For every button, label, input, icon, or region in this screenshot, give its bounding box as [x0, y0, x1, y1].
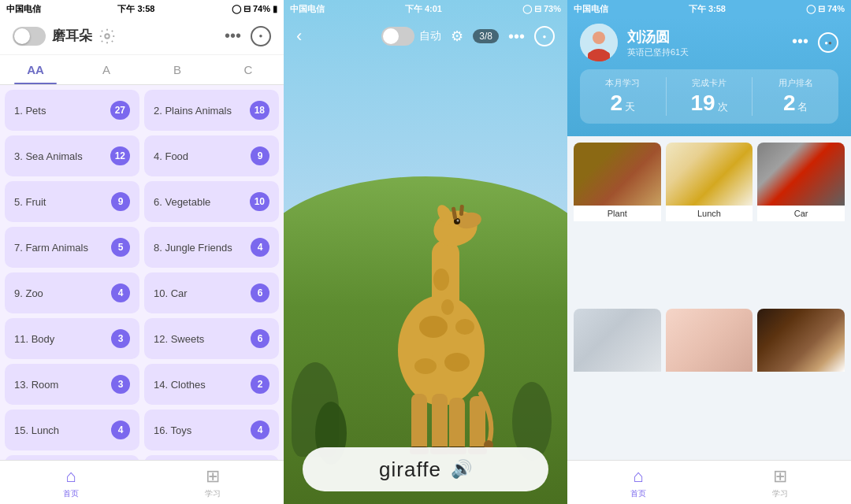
stat-label-0: 本月学习 — [605, 77, 640, 89]
more-options-icon[interactable]: ••• — [225, 27, 241, 45]
auto-label: 自动 — [419, 29, 441, 43]
battery-p2: ◯ ⊟ 73% — [522, 4, 561, 14]
back-button[interactable]: ‹ — [296, 26, 302, 46]
category-list: 1. Pets 27 2. Plains Animals 18 3. Sea A… — [0, 85, 284, 460]
category-item-9[interactable]: 9. Zoo 4 — [5, 272, 139, 313]
stat-item-0: 本月学习 2 天 — [580, 77, 667, 116]
nav-home-p3[interactable]: ⌂ 首页 — [630, 466, 646, 499]
status-bar-p3: 中国电信 下午 3:58 ◯ ⊟ 74% — [567, 0, 851, 17]
category-item-14[interactable]: 14. Clothes 2 — [144, 364, 279, 405]
bottom-nav-p3: ⌂ 首页 ⊞ 学习 — [567, 460, 851, 504]
category-item-2[interactable]: 2. Plains Animals 18 — [144, 90, 279, 131]
photo-card-lunch[interactable]: Lunch — [666, 143, 753, 304]
photo-card-room[interactable] — [574, 309, 661, 454]
stat-unit-1: 次 — [718, 100, 728, 114]
cat-label: 8. Jungle Friends — [154, 242, 232, 254]
cat-badge: 4 — [111, 284, 130, 302]
photo-img-plant — [574, 143, 661, 206]
toggle-container: 磨耳朵 — [13, 27, 116, 46]
home-icon-p3: ⌂ — [633, 466, 643, 487]
svg-point-19 — [444, 353, 470, 372]
time-p3: 下午 3:58 — [689, 3, 726, 15]
study-icon-p1: ⊞ — [206, 466, 220, 487]
giraffe-illustration — [362, 161, 520, 461]
svg-rect-28 — [588, 52, 610, 61]
p3-header: 刘汤圆 英语已坚持61天 ••• ● 本月学习 2 天 完成卡片 19 次 — [567, 17, 851, 136]
tab-c[interactable]: C — [213, 55, 284, 84]
category-item-6[interactable]: 6. Vegetable 10 — [144, 181, 279, 222]
svg-point-21 — [455, 319, 474, 335]
cat-label: 7. Farm Animals — [14, 242, 88, 254]
category-item-15[interactable]: 15. Lunch 4 — [5, 410, 139, 450]
category-item-8[interactable]: 8. Jungle Friends 4 — [144, 227, 279, 268]
cat-label: 5. Fruit — [14, 196, 46, 208]
carrier-p2: 中国电信 — [290, 3, 325, 15]
cat-badge: 4 — [251, 421, 269, 439]
category-item-12[interactable]: 12. Sweets 6 — [144, 318, 279, 359]
p2-header-right: 自动 ⚙ 3/8 ••• — [381, 26, 555, 46]
carrier-p3: 中国电信 — [574, 3, 608, 15]
status-bar-p2: 中国电信 下午 4:01 ◯ ⊟ 73% — [284, 0, 567, 17]
category-item-11[interactable]: 11. Body 3 — [5, 318, 139, 359]
tab-a[interactable]: A — [71, 55, 142, 84]
auto-switch[interactable] — [381, 27, 414, 46]
nav-study-p1[interactable]: ⊞ 学习 — [205, 466, 221, 499]
stat-unit-0: 天 — [625, 100, 635, 114]
stat-value-row-2: 2 名 — [783, 91, 808, 116]
cat-label: 4. Food — [154, 150, 188, 162]
nav-study-p3[interactable]: ⊞ 学习 — [772, 466, 788, 499]
photo-caption-car: Car — [757, 206, 845, 221]
category-item-1[interactable]: 1. Pets 27 — [5, 90, 139, 131]
category-item-5[interactable]: 5. Fruit 9 — [5, 181, 139, 222]
nav-home-p1[interactable]: ⌂ 首页 — [63, 466, 79, 499]
svg-point-22 — [433, 269, 449, 291]
cat-label: 12. Sweets — [154, 333, 204, 345]
category-item-16[interactable]: 16. Toys 4 — [144, 410, 279, 450]
photo-card-plant[interactable]: Plant — [574, 143, 661, 304]
ear-toggle[interactable] — [13, 27, 46, 46]
cat-label: 13. Room — [14, 379, 58, 391]
svg-point-20 — [414, 358, 437, 374]
category-item-10[interactable]: 10. Car 6 — [144, 272, 279, 313]
app-title: 磨耳朵 — [52, 27, 92, 45]
speaker-icon[interactable]: 🔊 — [451, 459, 472, 480]
stat-label-1: 完成卡片 — [692, 77, 727, 89]
svg-point-23 — [441, 299, 454, 315]
home-icon-p1: ⌂ — [65, 466, 76, 487]
record-icon-p3[interactable]: ● — [818, 32, 838, 53]
tab-aa[interactable]: AA — [0, 55, 71, 84]
panel-flashcard: 中国电信 下午 4:01 ◯ ⊟ 73% ‹ 自动 ⚙ 3/8 ••• gira… — [284, 0, 567, 504]
photo-caption-lunch: Lunch — [666, 206, 753, 221]
category-item-4[interactable]: 4. Food 9 — [144, 135, 279, 176]
more-icon-p2[interactable]: ••• — [508, 28, 525, 46]
svg-point-18 — [419, 316, 448, 338]
photo-img-lunch — [666, 143, 753, 206]
settings-icon[interactable] — [98, 28, 116, 45]
target-icon[interactable] — [251, 26, 271, 46]
record-icon-p2[interactable] — [534, 26, 555, 46]
user-info: 刘汤圆 英语已坚持61天 — [580, 24, 689, 61]
category-item-7[interactable]: 7. Farm Animals 5 — [5, 227, 139, 268]
cat-badge: 9 — [251, 146, 269, 165]
tab-b[interactable]: B — [142, 55, 213, 84]
photo-card-car[interactable]: Car — [757, 143, 845, 304]
battery-p1: ◯ ⊟ 74% ▮ — [232, 4, 277, 14]
user-details: 刘汤圆 英语已坚持61天 — [627, 28, 689, 58]
svg-point-0 — [105, 34, 110, 39]
battery-p3: ◯ ⊟ 74% — [806, 4, 845, 14]
cat-badge: 2 — [251, 375, 269, 394]
photo-card-body[interactable] — [666, 309, 753, 454]
stat-num-0: 2 — [611, 91, 623, 116]
settings-icon-p2[interactable]: ⚙ — [451, 28, 463, 45]
status-bar-p1: 中国电信 下午 3:58 ◯ ⊟ 74% ▮ — [0, 0, 284, 17]
stat-item-1: 完成卡片 19 次 — [667, 77, 753, 116]
category-item-3[interactable]: 3. Sea Animals 12 — [5, 135, 139, 176]
nav-study-label-p1: 学习 — [205, 488, 221, 499]
cat-label: 1. Pets — [14, 105, 46, 117]
photo-card-cake[interactable] — [757, 309, 845, 454]
category-item-13[interactable]: 13. Room 3 — [5, 364, 139, 405]
carrier-p1: 中国电信 — [6, 3, 41, 15]
more-icon-p3[interactable]: ••• — [792, 32, 808, 53]
cat-badge: 5 — [111, 238, 130, 257]
svg-rect-13 — [470, 396, 485, 453]
